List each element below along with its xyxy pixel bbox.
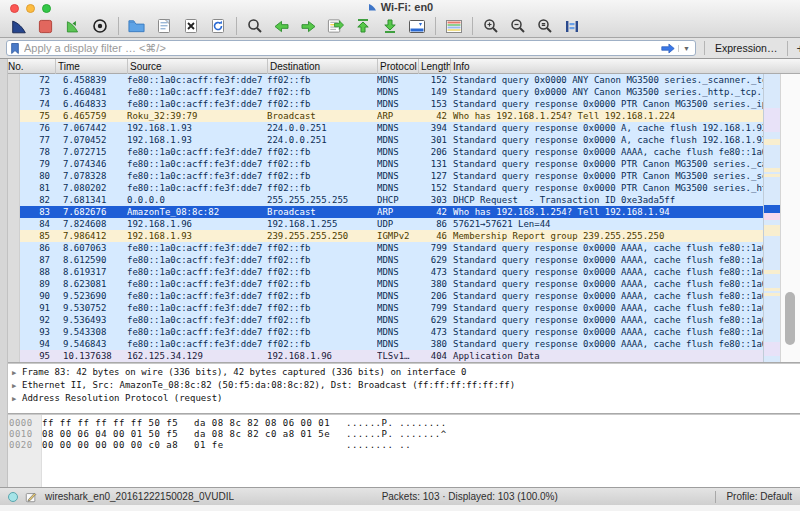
packet-row-89[interactable]: 898.623081fe80::1a0c:acff:fe3f:dde7ff02:… — [0, 278, 763, 290]
cell-info: Membership Report group 239.255.255.250 — [450, 230, 763, 242]
apply-filter-arrow-icon[interactable] — [660, 43, 676, 54]
cell-info: Standard query response 0x0000 AAAA, cac… — [450, 278, 763, 290]
detail-line[interactable]: ▶Frame 83: 42 bytes on wire (336 bits), … — [12, 366, 800, 379]
cell-protocol: MDNS — [377, 98, 418, 110]
close-file-button[interactable] — [180, 16, 201, 36]
packet-bytes-pane: 0000ff ff ff ff ff ff 50 f5da 08 8c 82 0… — [0, 415, 800, 487]
zoom-in-button[interactable] — [480, 16, 501, 36]
column-header-no[interactable]: No. — [0, 59, 55, 74]
packet-list-scrollbar[interactable] — [780, 74, 800, 362]
minimize-window-button[interactable] — [26, 4, 35, 13]
column-header-time[interactable]: Time — [55, 59, 127, 74]
intelligent-scrollbar-minimap[interactable] — [763, 74, 780, 362]
folder-icon — [128, 19, 145, 33]
packet-row-91[interactable]: 919.530752fe80::1a0c:acff:fe3f:dde7ff02:… — [0, 302, 763, 314]
packet-details-pane: ▶Frame 83: 42 bytes on wire (336 bits), … — [0, 364, 800, 413]
cell-source: fe80::1a0c:acff:fe3f:dde7 — [127, 74, 267, 86]
colorize-packets-button[interactable] — [443, 16, 464, 36]
packet-row-79[interactable]: 797.074346fe80::1a0c:acff:fe3f:dde7ff02:… — [0, 158, 763, 170]
packet-row-74[interactable]: 746.464833fe80::1a0c:acff:fe3f:dde7ff02:… — [0, 98, 763, 110]
capture-comment-icon[interactable] — [25, 491, 37, 503]
first-packet-button[interactable] — [352, 16, 373, 36]
cell-time: 7.072715 — [55, 146, 127, 158]
cell-no: 81 — [20, 182, 55, 194]
expression-button[interactable]: Expression… — [704, 41, 787, 55]
minimap-band — [764, 168, 781, 172]
cell-info: Standard query response 0x0000 AAAA, cac… — [450, 338, 763, 350]
column-header-destination[interactable]: Destination — [267, 59, 377, 74]
zoom-normal-size-button[interactable] — [534, 16, 555, 36]
packet-row-83[interactable]: 837.682676AmazonTe_08:8c:82BroadcastARP4… — [0, 206, 763, 218]
packet-row-75[interactable]: 756.465759Roku_32:39:79BroadcastARP42Who… — [0, 110, 763, 122]
filter-history-caret[interactable]: ▼ — [678, 45, 690, 52]
start-capture-button[interactable] — [8, 16, 29, 36]
detail-line[interactable]: ▶Address Resolution Protocol (request) — [12, 392, 800, 405]
cell-destination: Broadcast — [267, 110, 377, 122]
resize-columns-button[interactable] — [561, 16, 582, 36]
cell-info: Standard query response 0x0000 PTR Canon… — [450, 182, 763, 194]
cell-length: 799 — [418, 302, 450, 314]
packet-row-84[interactable]: 847.824608192.168.1.96192.168.1.255UDP86… — [0, 218, 763, 230]
packet-row-95[interactable]: 9510.137638162.125.34.129192.168.1.96TLS… — [0, 350, 763, 362]
packet-row-88[interactable]: 888.619317fe80::1a0c:acff:fe3f:dde7ff02:… — [0, 266, 763, 278]
cell-no: 73 — [20, 86, 55, 98]
packet-row-85[interactable]: 857.986412192.168.1.93239.255.255.250IGM… — [0, 230, 763, 242]
cell-length: 42 — [418, 206, 450, 218]
cell-length: 301 — [418, 134, 450, 146]
cell-destination: ff02::fb — [267, 266, 377, 278]
bookmark-icon[interactable] — [10, 42, 20, 55]
detail-line[interactable]: ▶Ethernet II, Src: AmazonTe_08:8c:82 (50… — [12, 379, 800, 392]
packet-row-90[interactable]: 909.523690fe80::1a0c:acff:fe3f:dde7ff02:… — [0, 290, 763, 302]
scrollbar-thumb[interactable] — [785, 292, 795, 345]
zoom-window-button[interactable] — [42, 4, 51, 13]
cell-time: 6.464833 — [55, 98, 127, 110]
next-packet-button[interactable] — [298, 16, 319, 36]
go-to-packet-button[interactable] — [325, 16, 346, 36]
cell-time: 9.536493 — [55, 314, 127, 326]
close-window-button[interactable] — [10, 4, 19, 13]
capture-file-name[interactable]: wireshark_en0_20161222150028_0VUDIL — [45, 491, 234, 502]
packet-row-76[interactable]: 767.067442192.168.1.93224.0.0.251MDNS394… — [0, 122, 763, 134]
restart-capture-button[interactable] — [62, 16, 83, 36]
reload-file-button[interactable] — [207, 16, 228, 36]
packet-row-92[interactable]: 929.536493fe80::1a0c:acff:fe3f:dde7ff02:… — [0, 314, 763, 326]
column-header-length[interactable]: Length — [418, 59, 450, 74]
add-filter-button[interactable]: + — [787, 41, 800, 56]
column-header-source[interactable]: Source — [127, 59, 267, 74]
expert-info-indicator[interactable] — [8, 492, 18, 502]
packet-list: 726.458839fe80::1a0c:acff:fe3f:dde7ff02:… — [0, 74, 763, 362]
packet-row-77[interactable]: 777.070452192.168.1.93224.0.0.251MDNS301… — [0, 134, 763, 146]
capture-options-button[interactable] — [89, 16, 110, 36]
save-file-button[interactable] — [153, 16, 174, 36]
column-header-protocol[interactable]: Protocol — [377, 59, 418, 74]
statusbar-divider — [715, 491, 716, 503]
hex-row[interactable]: 002000 00 00 00 00 00 c0 a801 fe........… — [0, 440, 800, 451]
hex-row[interactable]: 0000ff ff ff ff ff ff 50 f5da 08 8c 82 0… — [0, 418, 800, 429]
hex-row[interactable]: 001008 00 06 04 00 01 50 f5da 08 8c 82 c… — [0, 429, 800, 440]
packet-row-78[interactable]: 787.072715fe80::1a0c:acff:fe3f:dde7ff02:… — [0, 146, 763, 158]
find-packet-button[interactable] — [244, 16, 265, 36]
display-filter-input[interactable]: Apply a display filter … <⌘/> ▼ — [6, 40, 696, 56]
packet-row-73[interactable]: 736.460481fe80::1a0c:acff:fe3f:dde7ff02:… — [0, 86, 763, 98]
zoom-out-button[interactable] — [507, 16, 528, 36]
stop-capture-button[interactable] — [35, 16, 56, 36]
open-file-button[interactable] — [126, 16, 147, 36]
packet-row-72[interactable]: 726.458839fe80::1a0c:acff:fe3f:dde7ff02:… — [0, 74, 763, 86]
zoom-out-icon — [510, 18, 526, 34]
auto-scroll-button[interactable] — [406, 16, 427, 36]
column-header-info[interactable]: Info — [450, 59, 800, 74]
previous-packet-button[interactable] — [271, 16, 292, 36]
packet-row-82[interactable]: 827.6813410.0.0.0255.255.255.255DHCP303D… — [0, 194, 763, 206]
profile-selector[interactable]: Profile: Default — [726, 491, 792, 502]
packet-row-80[interactable]: 807.078328fe80::1a0c:acff:fe3f:dde7ff02:… — [0, 170, 763, 182]
packet-row-86[interactable]: 868.607063fe80::1a0c:acff:fe3f:dde7ff02:… — [0, 242, 763, 254]
cell-protocol: MDNS — [377, 86, 418, 98]
packet-row-87[interactable]: 878.612590fe80::1a0c:acff:fe3f:dde7ff02:… — [0, 254, 763, 266]
last-packet-button[interactable] — [379, 16, 400, 36]
packet-row-81[interactable]: 817.080202fe80::1a0c:acff:fe3f:dde7ff02:… — [0, 182, 763, 194]
cell-destination: 255.255.255.255 — [267, 194, 377, 206]
packet-row-94[interactable]: 949.546843fe80::1a0c:acff:fe3f:dde7ff02:… — [0, 338, 763, 350]
expand-triangle-icon[interactable]: ▶ — [12, 393, 22, 406]
packet-row-93[interactable]: 939.543308fe80::1a0c:acff:fe3f:dde7ff02:… — [0, 326, 763, 338]
cell-no: 86 — [20, 242, 55, 254]
